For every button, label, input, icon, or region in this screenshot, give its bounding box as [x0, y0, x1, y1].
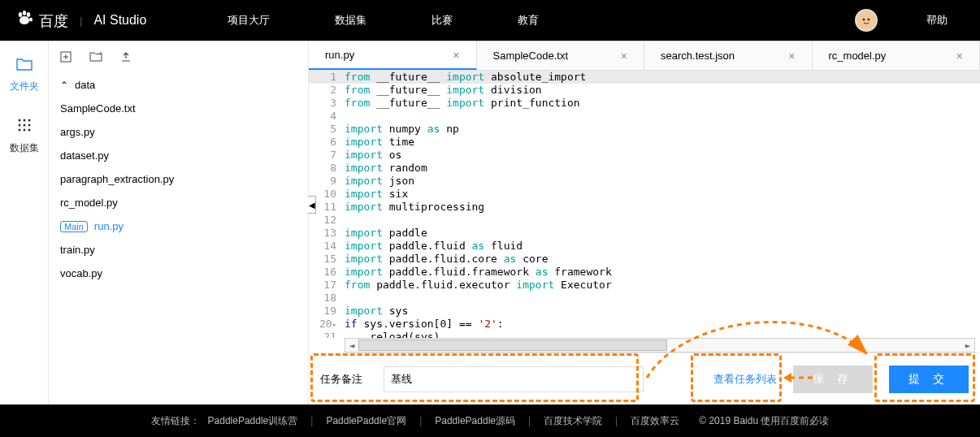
tree-file[interactable]: dataset.py — [49, 144, 308, 167]
dataset-icon — [17, 118, 32, 136]
divider: | — [80, 15, 82, 27]
footer-label: 友情链接： — [151, 414, 200, 428]
tree-file[interactable]: rc_model.py — [49, 191, 308, 214]
nav-help[interactable]: 帮助 — [926, 13, 947, 28]
nav-project-hall[interactable]: 项目大厅 — [228, 13, 270, 28]
code-line[interactable]: 2from __future__ import division — [309, 84, 980, 97]
paw-icon — [15, 9, 34, 32]
svg-point-9 — [18, 119, 20, 122]
file-tree: ⌃ data SampleCode.txt args.py dataset.py… — [49, 73, 308, 285]
side-files-label: 文件夹 — [10, 80, 39, 93]
tree-file[interactable]: SampleCode.txt — [49, 97, 308, 120]
baidu-text: 百度 — [39, 10, 68, 31]
code-line[interactable]: 3from __future__ import print_function — [309, 97, 980, 110]
scroll-left-icon[interactable]: ◄ — [345, 340, 358, 351]
footer-link[interactable]: PaddlePaddle官网 — [326, 414, 406, 428]
code-line[interactable]: 18 — [309, 292, 980, 305]
svg-point-3 — [29, 17, 33, 21]
svg-point-13 — [23, 124, 25, 127]
upload-icon[interactable] — [120, 51, 132, 65]
code-line[interactable]: 1from __future__ import absolute_import — [309, 71, 980, 84]
code-line[interactable]: 11import multiprocessing — [309, 201, 980, 214]
new-folder-icon[interactable]: + — [89, 51, 102, 65]
footer-link[interactable]: PaddlePaddle训练营 — [208, 414, 298, 428]
svg-point-5 — [862, 18, 865, 20]
code-line[interactable]: 10import six — [309, 188, 980, 201]
close-icon[interactable]: × — [453, 49, 459, 62]
submit-button[interactable]: 提 交 — [889, 366, 969, 393]
tree-file[interactable]: paragraph_extraction.py — [49, 167, 308, 191]
code-line[interactable]: 6import time — [309, 136, 980, 149]
scroll-right-icon[interactable]: ► — [961, 340, 974, 351]
scroll-thumb[interactable] — [358, 340, 667, 351]
footer-link[interactable]: 百度效率云 — [631, 414, 679, 428]
new-file-icon[interactable] — [60, 51, 72, 65]
svg-point-2 — [27, 12, 30, 17]
collapse-panel-button[interactable]: ◀ — [308, 196, 316, 214]
svg-text:+: + — [99, 51, 102, 56]
chevron-down-icon: ⌃ — [60, 80, 68, 91]
close-icon[interactable]: × — [621, 50, 627, 63]
nav-datasets[interactable]: 数据集 — [335, 13, 366, 28]
code-line[interactable]: 4 — [309, 110, 980, 123]
side-files[interactable]: 文件夹 — [10, 58, 39, 93]
code-line[interactable]: 15import paddle.fluid.core as core — [309, 253, 980, 266]
svg-point-0 — [19, 12, 22, 17]
code-line[interactable]: 12 — [309, 214, 980, 227]
save-button[interactable]: 保 存 — [793, 366, 873, 393]
footer-link[interactable]: PaddlePaddle源码 — [435, 414, 515, 428]
code-line[interactable]: 13import paddle — [309, 227, 980, 240]
code-line[interactable]: 20▾if sys.version[0] == '2': — [309, 318, 980, 331]
header: 百度 | AI Studio 项目大厅 数据集 比赛 教育 帮助 — [0, 0, 980, 41]
code-line[interactable]: 5import numpy as np — [309, 123, 980, 136]
nav-competitions[interactable]: 比赛 — [431, 13, 453, 28]
tab-rc-model[interactable]: rc_model.py × — [813, 41, 981, 70]
tree-file[interactable]: train.py — [49, 238, 308, 262]
tab-run-py[interactable]: run.py × — [309, 41, 477, 70]
close-icon[interactable]: × — [788, 50, 795, 63]
tree-file-main[interactable]: Main run.py — [49, 214, 308, 238]
footer-link[interactable]: 百度技术学院 — [544, 414, 602, 428]
avatar[interactable] — [855, 9, 878, 32]
tree-file[interactable]: vocab.py — [49, 262, 308, 285]
main-badge: Main — [60, 221, 88, 232]
svg-point-17 — [28, 129, 30, 132]
logo[interactable]: 百度 | AI Studio — [15, 9, 146, 32]
folder-icon — [16, 58, 33, 75]
code-line[interactable]: 14import paddle.fluid as fluid — [309, 240, 980, 253]
svg-point-12 — [18, 124, 20, 127]
svg-point-8 — [870, 14, 874, 18]
folder-name: data — [75, 79, 95, 91]
side-datasets[interactable]: 数据集 — [10, 118, 39, 155]
code-line[interactable]: 7import os — [309, 149, 980, 162]
editor-tabs: run.py × SampleCode.txt × search.test.js… — [309, 41, 980, 71]
horizontal-scrollbar[interactable]: ◄ ► — [345, 338, 975, 353]
tab-samplecode[interactable]: SampleCode.txt × — [477, 41, 645, 70]
action-bar: 任务备注 查看任务列表 保 存 提 交 — [309, 353, 980, 405]
top-nav: 项目大厅 数据集 比赛 教育 — [228, 13, 539, 28]
code-line[interactable]: 21 reload(sys) — [309, 331, 980, 338]
code-line[interactable]: 16import paddle.fluid.framework as frame… — [309, 266, 980, 279]
svg-point-15 — [18, 129, 20, 132]
footer-copy: © 2019 Baidu 使用百度前必读 — [699, 414, 829, 428]
nav-education[interactable]: 教育 — [518, 13, 539, 28]
tab-search-json[interactable]: search.test.json × — [644, 41, 813, 70]
code-line[interactable]: 19import sys — [309, 305, 980, 318]
svg-point-1 — [23, 11, 26, 15]
svg-point-11 — [28, 119, 30, 122]
code-line[interactable]: 9import json — [309, 175, 980, 188]
svg-point-14 — [28, 124, 30, 127]
code-line[interactable]: 17from paddle.fluid.executor import Exec… — [309, 279, 980, 292]
code-line[interactable]: 8import random — [309, 162, 980, 175]
tree-file[interactable]: args.py — [49, 120, 308, 144]
code-editor[interactable]: 1from __future__ import absolute_import2… — [309, 71, 980, 353]
tree-folder-data[interactable]: ⌃ data — [49, 73, 308, 97]
svg-point-16 — [23, 129, 25, 132]
side-nav: 文件夹 数据集 — [0, 41, 49, 405]
close-icon[interactable]: × — [956, 50, 963, 63]
file-toolbar: + — [49, 51, 308, 73]
task-remark-input[interactable] — [384, 366, 644, 392]
side-datasets-label: 数据集 — [10, 141, 39, 155]
view-task-list-link[interactable]: 查看任务列表 — [713, 372, 777, 387]
header-right: 帮助 — [855, 9, 980, 32]
